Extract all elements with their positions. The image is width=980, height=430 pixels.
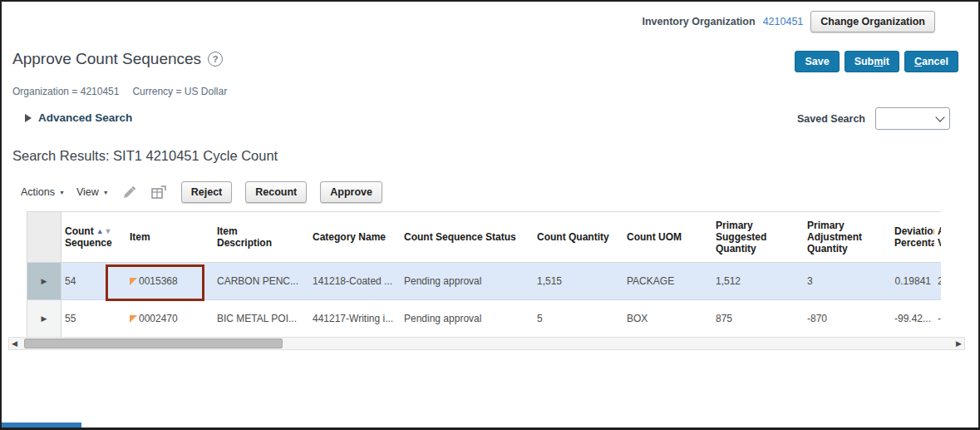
column-header-item-description[interactable]: Item Description — [214, 212, 309, 262]
row-expander[interactable]: ▶ — [27, 300, 62, 337]
cancel-label-key: C — [914, 56, 922, 67]
header-label: Category Name — [313, 231, 386, 243]
inventory-organization-value: 4210451 — [763, 16, 804, 27]
edit-pencil-icon[interactable] — [122, 185, 136, 200]
page-title-row: Approve Count Sequences ? — [12, 50, 223, 68]
detach-table-icon[interactable] — [151, 185, 166, 199]
expand-triangle-icon — [25, 114, 32, 122]
view-menu[interactable]: View ▼ — [76, 186, 109, 198]
cell-category-name: 141218-Coated ... — [309, 263, 401, 299]
item-number: 0002470 — [139, 313, 178, 324]
cell-count-sequence: 55 — [62, 300, 126, 337]
action-buttons: Save Submit Cancel — [795, 51, 958, 72]
cell-adjustment-value: 27.5 — [934, 263, 941, 299]
column-header-adjustment-value[interactable]: Adjustment Value — [934, 212, 941, 262]
scrollbar-thumb[interactable] — [24, 339, 283, 348]
column-header-primary-adjustment-quantity[interactable]: Primary Adjustment Quantity — [804, 212, 891, 262]
submit-label-post: it — [883, 56, 889, 67]
column-header-count-sequence-status[interactable]: Count Sequence Status — [401, 212, 534, 262]
expander-arrow-icon: ▶ — [42, 277, 47, 285]
table-header-row: Count ▲▼ Sequence Item Item Description … — [27, 211, 941, 263]
cell-count-uom: BOX — [623, 300, 712, 337]
saved-search-select[interactable] — [875, 107, 950, 130]
header-label: Adjustment Value — [938, 225, 941, 249]
cell-count-uom: PACKAGE — [623, 263, 712, 299]
dropdown-arrow-icon: ▼ — [59, 190, 65, 195]
column-header-primary-suggested-quantity[interactable]: Primary Suggested Quantity — [712, 212, 804, 262]
count-sequence-header-line1: Count — [65, 225, 94, 237]
submit-label-key: m — [874, 56, 883, 67]
cell-item-description: CARBON PENC... — [214, 263, 309, 299]
cell-primary-suggested-quantity: 1,512 — [712, 263, 804, 299]
context-currency: Currency = US Dollar — [132, 86, 227, 97]
horizontal-scrollbar[interactable]: ◀ ▶ — [8, 337, 965, 350]
cell-count-quantity: 1,515 — [534, 263, 623, 299]
count-sequence-header-line2: Sequence — [65, 237, 112, 249]
advanced-search-toggle[interactable]: Advanced Search — [25, 111, 132, 124]
count-sequences-table: Count ▲▼ Sequence Item Item Description … — [27, 211, 941, 338]
item-flag-icon — [130, 278, 137, 285]
cell-count-sequence-status: Pending approval — [401, 263, 534, 299]
actions-menu[interactable]: Actions ▼ — [21, 186, 65, 198]
recount-button[interactable]: Recount — [245, 181, 307, 203]
cell-item-description: BIC METAL POI... — [214, 300, 309, 337]
submit-label-pre: Sub — [854, 56, 874, 67]
search-results-title: Search Results: SIT1 4210451 Cycle Count — [12, 148, 278, 164]
header-label: Count Sequence Status — [404, 231, 516, 243]
cell-deviation-percentage: -99.42... — [891, 300, 934, 337]
column-header-selector — [27, 212, 62, 262]
sort-ascending-icon[interactable]: ▲ — [96, 228, 104, 235]
column-header-count-quantity[interactable]: Count Quantity — [534, 212, 623, 262]
sort-descending-icon[interactable]: ▼ — [105, 228, 112, 235]
header-label: Count UOM — [627, 231, 682, 243]
dropdown-arrow-icon: ▼ — [103, 190, 109, 195]
cell-primary-adjustment-quantity: -870 — [804, 300, 891, 337]
header-label: Primary Suggested Quantity — [716, 220, 774, 255]
cell-item: 0002470 — [126, 300, 214, 337]
scroll-left-icon[interactable]: ◀ — [12, 339, 17, 349]
reject-button[interactable]: Reject — [181, 181, 233, 203]
cell-deviation-percentage: 0.19841 — [891, 263, 934, 299]
column-header-count-sequence[interactable]: Count ▲▼ Sequence — [62, 212, 126, 262]
bottom-blue-strip — [2, 423, 81, 428]
cell-count-sequence-status: Pending approval — [401, 300, 534, 337]
table-row[interactable]: ▶ 54 0015368 CARBON PENC... 141218-Coate… — [27, 263, 941, 300]
page-title: Approve Count Sequences — [12, 50, 201, 68]
cell-item: 0015368 — [126, 263, 214, 299]
change-organization-button[interactable]: Change Organization — [810, 11, 935, 32]
cell-primary-suggested-quantity: 875 — [712, 300, 804, 337]
submit-button[interactable]: Submit — [845, 51, 899, 72]
column-header-item[interactable]: Item — [126, 212, 214, 262]
advanced-search-label: Advanced Search — [38, 111, 132, 124]
header-label: Deviation Percentage — [894, 225, 934, 249]
cancel-label-post: ancel — [922, 56, 948, 67]
table-row[interactable]: ▶ 55 0002470 BIC METAL POI... 441217-Wri… — [27, 300, 941, 338]
column-header-deviation-percentage[interactable]: Deviation Percentage — [891, 212, 934, 262]
header-label: Item Description — [217, 225, 278, 249]
view-menu-label: View — [76, 186, 99, 198]
context-organization: Organization = 4210451 — [12, 86, 119, 97]
saved-search: Saved Search — [797, 107, 950, 130]
results-toolbar: Actions ▼ View ▼ Reject Recount Approve — [21, 180, 382, 205]
cancel-button[interactable]: Cancel — [904, 51, 958, 72]
chevron-down-icon — [935, 112, 944, 121]
approve-button[interactable]: Approve — [320, 181, 382, 203]
context-line: Organization = 4210451 Currency = US Dol… — [12, 86, 227, 97]
cell-adjustment-value: -5,45 — [934, 300, 941, 337]
item-flag-icon — [130, 315, 137, 323]
sort-icons[interactable]: ▲▼ — [96, 228, 112, 235]
row-expander[interactable]: ▶ — [27, 263, 62, 299]
save-button[interactable]: Save — [795, 51, 839, 72]
help-icon[interactable]: ? — [208, 52, 223, 67]
saved-search-label: Saved Search — [797, 113, 865, 125]
cell-count-quantity: 5 — [534, 300, 623, 337]
inventory-organization-label: Inventory Organization — [642, 16, 755, 27]
scroll-right-icon[interactable]: ▶ — [956, 339, 962, 349]
header-label: Item — [130, 231, 150, 243]
approve-count-sequences-page: Inventory Organization 4210451 Change Or… — [0, 0, 980, 430]
column-header-count-uom[interactable]: Count UOM — [623, 212, 712, 262]
expander-arrow-icon: ▶ — [42, 314, 47, 323]
cell-category-name: 441217-Writing i... — [309, 300, 401, 337]
column-header-category-name[interactable]: Category Name — [309, 212, 401, 262]
item-number: 0015368 — [139, 275, 178, 287]
